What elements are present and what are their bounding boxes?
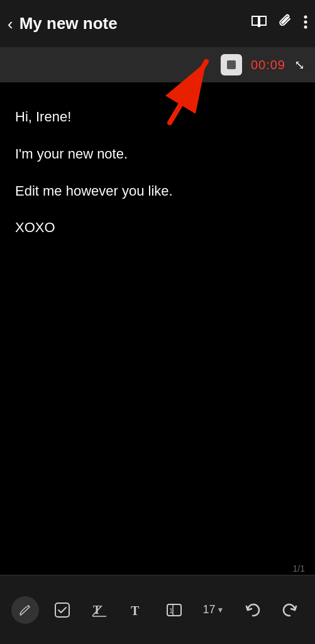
top-icons bbox=[251, 14, 307, 34]
svg-point-2 bbox=[304, 25, 307, 28]
note-title: My new note bbox=[19, 14, 251, 33]
svg-rect-5 bbox=[55, 603, 69, 617]
note-line-3: Edit me however you like. bbox=[15, 182, 300, 201]
stop-button[interactable] bbox=[221, 54, 242, 75]
shrink-icon[interactable]: ⤡ bbox=[294, 57, 305, 72]
text-button[interactable]: T bbox=[123, 596, 151, 624]
recording-timer: 00:09 bbox=[251, 58, 285, 72]
top-bar: ‹ My new note bbox=[0, 0, 315, 47]
back-button[interactable]: ‹ bbox=[8, 16, 13, 32]
paperclip-icon[interactable] bbox=[279, 14, 292, 34]
note-line-1: Hi, Irene! bbox=[15, 108, 300, 127]
redo-button[interactable] bbox=[276, 596, 304, 624]
pen-tool-button[interactable] bbox=[11, 596, 39, 624]
svg-text:1: 1 bbox=[169, 607, 173, 614]
font-size-button[interactable]: 17 ▼ bbox=[198, 598, 229, 621]
text-format-button[interactable]: T bbox=[86, 596, 113, 624]
font-size-dropdown-icon: ▼ bbox=[217, 606, 224, 614]
svg-point-1 bbox=[304, 20, 307, 23]
undo-button[interactable] bbox=[239, 596, 267, 624]
stop-icon bbox=[227, 60, 236, 69]
book-icon[interactable] bbox=[251, 15, 267, 33]
svg-text:T: T bbox=[131, 604, 140, 618]
note-line-2: I'm your new note. bbox=[15, 145, 300, 164]
svg-point-0 bbox=[304, 15, 307, 18]
image-button[interactable]: 1 bbox=[160, 596, 188, 624]
page-indicator: 1/1 bbox=[293, 564, 305, 574]
more-icon[interactable] bbox=[304, 15, 307, 33]
font-size-value: 17 bbox=[203, 603, 216, 616]
task-button[interactable] bbox=[48, 596, 76, 624]
recording-bar: 00:09 ⤡ bbox=[0, 47, 315, 82]
bottom-toolbar: T T 1 17 ▼ bbox=[0, 575, 315, 644]
note-content: Hi, Irene! I'm your new note. Edit me ho… bbox=[0, 82, 315, 510]
note-line-4: XOXO bbox=[15, 218, 300, 238]
